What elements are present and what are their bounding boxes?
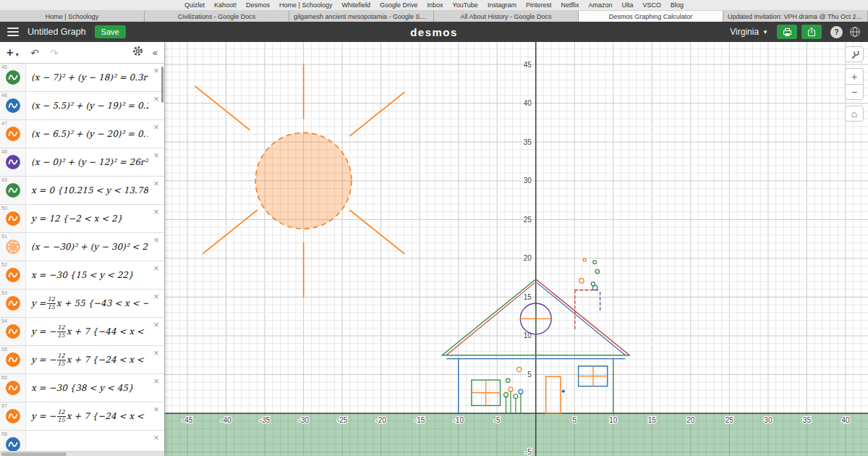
expression-icon-cell[interactable]: 45 [0,64,26,91]
save-button[interactable]: Save [95,25,126,38]
expression-row[interactable]: 49x = 0 {10.215 < y < 13.785}× [0,177,164,205]
default-zoom-button[interactable]: ⌂ [845,106,864,122]
expression-row[interactable]: 51(x − −30)² + (y − 30)² < 205× [0,233,164,261]
zoom-in-button[interactable]: + [845,68,864,84]
expression-row[interactable]: 45(x − 7)² + (y − 18)² = 0.3r²× [0,64,164,92]
expression-input[interactable]: y = −1215 x + 7 {−24 < x < −17 [26,402,148,430]
delete-expression-button[interactable]: × [148,318,164,345]
expression-icon-cell[interactable]: 46 [0,92,26,119]
expression-row[interactable]: 48(x − 0)² + (y − 12)² = 26r²× [0,148,164,177]
expression-row[interactable]: 50y = 12 {−2 < x < 2}× [0,205,164,233]
expression-row[interactable]: 53y = 1215 x + 55 {−43 < x < −36}× [0,290,164,318]
bookmark-link[interactable]: Pinterest [526,1,552,9]
bookmark-link[interactable]: YouTube [453,1,478,9]
expression-input[interactable]: (x − 7)² + (y − 18)² = 0.3r² [26,64,148,91]
math-text: y = − [31,411,56,421]
delete-expression-button[interactable]: × [148,346,164,373]
bookmark-link[interactable]: Amazon [588,1,612,9]
fraction-denominator: 15 [57,332,66,339]
bookmark-link[interactable]: Netflix [561,1,579,9]
graph-title[interactable]: Untitled Graph [27,27,86,37]
expression-icon-cell[interactable]: 47 [0,120,26,148]
bookmark-link[interactable]: Whitefield [341,1,370,9]
bookmark-link[interactable]: Quizlet [184,1,205,9]
browser-tab[interactable]: gilgamesh ancient mesopotamia - Google S… [289,11,434,22]
bookmark-link[interactable]: Home | Schoology [279,1,332,9]
account-menu[interactable]: Virginia ▼ [730,27,768,37]
expression-input[interactable]: (x − −30)² + (y − 30)² < 205 [26,233,148,261]
list-settings-button[interactable] [132,46,143,59]
bookmark-link[interactable]: Kahoot! [214,1,237,9]
zoom-out-button[interactable]: − [845,84,864,100]
graph-settings-button[interactable] [845,46,864,62]
bookmark-link[interactable]: Google Drive [380,1,418,9]
expression-input[interactable]: y = 12 {−2 < x < 2} [26,205,148,232]
expression-icon-cell[interactable]: 50 [0,205,26,232]
expression-icon-cell[interactable]: 48 [0,148,26,176]
svg-text:-5: -5 [525,448,532,456]
expressions-scrollbar[interactable] [161,67,163,103]
expression-row[interactable]: 56x = −30 {38 < y < 45}× [0,374,164,402]
expression-icon-cell[interactable]: 49 [0,177,26,204]
bookmark-link[interactable]: Instagram [488,1,516,9]
expression-row[interactable]: 57y = −1215 x + 7 {−24 < x < −17× [0,402,164,431]
collapse-panel-button[interactable]: « [153,47,158,58]
expression-icon-cell[interactable]: 51 [0,233,26,261]
expression-row[interactable]: 52x = −30 {15 < y < 22}× [0,261,164,290]
undo-button[interactable]: ↶ [30,47,39,59]
menu-icon[interactable] [7,28,19,36]
delete-expression-button[interactable]: × [148,261,164,289]
delete-expression-button[interactable]: × [148,148,164,176]
expression-icon-cell[interactable]: 57 [0,402,26,430]
browser-tab[interactable]: Home | Schoology [0,11,145,22]
expressions-hscrollbar[interactable] [0,451,164,456]
browser-tab[interactable]: Civilizations - Google Docs [145,11,289,22]
expression-input[interactable]: (x − 0)² + (y − 12)² = 26r² [26,148,148,176]
print-button[interactable] [777,25,797,39]
share-button[interactable] [801,25,822,39]
expression-icon-cell[interactable]: 53 [0,290,26,317]
delete-expression-button[interactable]: × [148,120,164,148]
expression-input[interactable]: y = −1215 x + 7 {−24 < x < −17 [26,346,148,373]
expression-input[interactable]: y = −1215 x + 7 {−44 < x < −37 [26,318,148,345]
expression-icon-cell[interactable]: 54 [0,318,26,345]
delete-expression-button[interactable]: × [148,374,164,402]
bookmark-link[interactable]: Ulta [621,1,633,9]
delete-expression-button[interactable]: × [148,402,164,430]
delete-expression-button[interactable]: × [148,177,164,204]
language-button[interactable] [849,26,861,38]
expression-row[interactable]: 54y = −1215 x + 7 {−44 < x < −37× [0,318,164,346]
expression-input[interactable]: (x − 6.5)² + (y − 20)² = 0.1r² [26,120,148,148]
delete-expression-button[interactable]: × [148,233,164,261]
browser-tab[interactable]: Desmos Graphing Calculator [579,11,723,22]
expression-input[interactable]: y = 1215 x + 55 {−43 < x < −36} [26,290,148,317]
expression-input[interactable]: (x − 5.5)² + (y − 19)² = 0.2r² [26,92,148,119]
bookmark-link[interactable]: Desmos [246,1,270,9]
zoom-controls: + − [845,68,864,100]
curve-circle-icon [5,69,21,85]
redo-button[interactable]: ↷ [50,47,59,59]
expression-input[interactable]: x = −30 {15 < y < 22} [26,261,148,289]
browser-tab[interactable]: Updated Invitation: VPH drama @ Thu Oct … [723,11,868,22]
expression-row[interactable]: 47(x − 6.5)² + (y − 20)² = 0.1r²× [0,120,164,148]
plus-icon: + [7,47,13,59]
expression-row[interactable]: 46(x − 5.5)² + (y − 19)² = 0.2r²× [0,92,164,120]
bookmark-link[interactable]: VSCO [643,1,662,9]
delete-expression-button[interactable]: × [148,205,164,232]
expression-index: 46 [1,93,7,98]
browser-tab[interactable]: All About History - Google Docs [434,11,579,22]
expression-input[interactable]: x = 0 {10.215 < y < 13.785} [26,177,148,204]
expression-icon-cell[interactable]: 56 [0,374,26,402]
delete-expression-button[interactable]: × [148,290,164,317]
graph-canvas[interactable]: -45-40-35-30-25-20-15-10-551015202530354… [165,42,868,456]
expression-icon-cell[interactable]: 52 [0,261,26,289]
expression-input[interactable]: x = −30 {38 < y < 45} [26,374,148,402]
expressions-toolbar: + ▼ ↶ ↷ « [0,42,164,64]
bookmark-link[interactable]: Blog [671,1,684,9]
expression-row[interactable]: 55y = −1215 x + 7 {−24 < x < −17× [0,346,164,374]
desmos-header: Untitled Graph Save desmos Virginia ▼ [0,22,868,42]
help-button[interactable]: ? [830,26,843,38]
expression-icon-cell[interactable]: 55 [0,346,26,373]
add-expression-button[interactable]: + ▼ [7,47,20,59]
bookmark-link[interactable]: Inbox [427,1,443,9]
